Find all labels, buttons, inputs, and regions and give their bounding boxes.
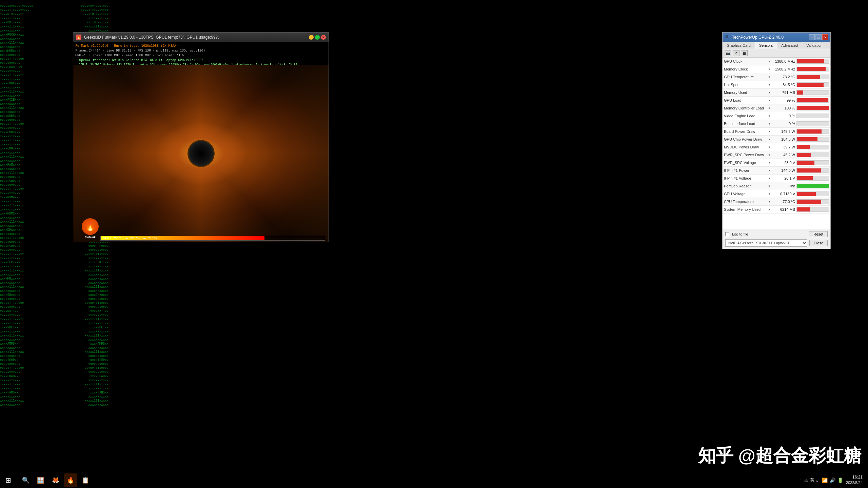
sensor-row: 8-Pin #1 Power▼144.0 W [723,167,830,175]
sensor-expand-arrow[interactable]: ▼ [768,76,773,79]
tab-graphics-card[interactable]: Graphics Card [723,42,755,49]
sensor-bar [797,98,828,102]
sensor-bar [797,184,829,188]
sensor-expand-arrow[interactable]: ▼ [768,146,773,149]
gpuz-reset-button[interactable]: Reset [809,231,828,237]
taskbar-taskview-button[interactable]: 🪟 [34,473,47,487]
sensor-expand-arrow[interactable]: ▼ [768,192,773,196]
tab-validation[interactable]: Validation [802,42,827,49]
sensor-expand-arrow[interactable]: ▼ [768,83,773,86]
gpuz-close-button[interactable]: ✕ [822,34,828,40]
tab-advanced[interactable]: Advanced [777,42,802,49]
sensor-bar [797,207,810,211]
gpuz-toolbar-menu-button[interactable]: ☰ [741,50,748,56]
taskbar-search-button[interactable]: 🔍 [19,473,33,487]
sensor-row: GPU Voltage▼0.7180 V [723,190,830,198]
gpuz-minimize-button[interactable]: – [809,34,815,40]
sensor-expand-arrow[interactable]: ▼ [768,169,773,172]
gpuz-titlebar: 🖥 TechPowerUp GPU-Z 2.46.0 – □ ✕ [723,33,830,42]
taskbar-clock[interactable]: 16:21 2022/5/24 [846,474,863,485]
gpuz-title-text: TechPowerUp GPU-Z 2.46.0 [732,35,807,40]
taskbar-steam-icon[interactable]: ♨ [804,477,808,483]
sensor-bar-container [796,59,829,64]
sensor-expand-arrow[interactable]: ▼ [768,130,773,133]
sensor-row: Hot Spot▼84.5 °C [723,81,830,89]
sensor-row: Bus Interface Load▼0 % [723,120,830,128]
gpuz-gpu-select[interactable]: NVIDIA GeForce RTX 3070 Ti Laptop GF [725,239,807,247]
taskbar-battery-icon[interactable]: 🔋 [837,477,843,483]
sensor-row: PerfCap Reason▼Pwr [723,182,830,190]
furmark-maximize-button[interactable]: □ [315,35,320,40]
furmark-info-line4: · OpenGL renderer: NVIDIA GeForce RTX 30… [75,58,327,62]
sensor-bar [797,161,814,165]
sensor-row: PWR_SRC Voltage▼23.0 V [723,159,830,167]
sensor-label: CPU Temperature [724,200,768,204]
taskbar-tray: ⌃ ♨ 英 拼 📶 🔊 🔋 16:21 2022/5/24 [799,474,868,485]
furmark-title: Geeks3D FurMark v1.29.0.0 - 130FPS, GPU1… [84,35,306,40]
sensor-value: 0 % [773,122,796,126]
sensor-bar-container [796,98,829,103]
taskbar-start-button[interactable]: ⊞ [0,472,16,488]
gpuz-log-checkbox[interactable] [725,232,729,236]
taskbar-volume-icon[interactable]: 🔊 [830,477,835,483]
taskbar-app1-icon[interactable]: 🦊 [49,473,62,487]
sensor-expand-arrow[interactable]: ▼ [768,138,773,141]
sensor-expand-arrow[interactable]: ▼ [768,60,773,63]
gpuz-log-label: Log to file [732,232,748,236]
taskbar-time: 16:21 [846,474,863,480]
gpuz-tabs: Graphics Card Sensors Advanced Validatio… [723,42,830,49]
sensor-label: Bus Interface Load [724,122,768,126]
sensor-bar-container [796,191,829,196]
taskbar-wifi-icon[interactable]: 📶 [822,477,828,483]
sensor-expand-arrow[interactable]: ▼ [768,99,773,102]
tab-sensors[interactable]: Sensors [755,42,777,49]
taskbar-tray-icons: ⌃ ♨ 英 拼 📶 🔊 🔋 [799,477,843,483]
sensor-expand-arrow[interactable]: ▼ [768,107,773,110]
taskbar-lang-en-icon[interactable]: 英 [810,477,814,483]
sensor-row: Board Power Draw▼149.5 W [723,128,830,136]
sensor-label: PWR_SRC Power Draw [724,153,768,157]
sensor-expand-arrow[interactable]: ▼ [768,154,773,157]
sensor-expand-arrow[interactable]: ▼ [768,200,773,203]
sensor-bar [797,129,822,134]
sensor-row: Video Engine Load▼0 % [723,112,830,120]
gpuz-win-buttons: – □ ✕ [809,34,828,40]
furmark-close-button[interactable]: × [321,35,326,40]
sensor-row: MVDDC Power Draw▼39.7 W [723,143,830,151]
gpuz-maximize-button[interactable]: □ [815,34,822,40]
sensor-value: 84.5 °C [773,83,796,87]
sensor-expand-arrow[interactable]: ▼ [768,122,773,125]
sensor-expand-arrow[interactable]: ▼ [768,185,773,188]
furmark-minimize-button[interactable]: _ [309,35,314,40]
sensor-bar [797,145,810,149]
taskbar-icons: 🔍 🪟 🦊 🔥 📋 [16,473,92,487]
furmark-canvas: 🔥 FurMark GPU 1: 73° C (max: 57° C - max… [73,65,329,242]
sensor-expand-arrow[interactable]: ▼ [768,208,773,211]
taskbar-chevron-icon[interactable]: ⌃ [799,478,802,482]
sensor-row: Memory Controller Load▼100 % [723,104,830,112]
taskbar-gpuz-icon[interactable]: 📋 [79,473,92,487]
gpuz-sensors-list: GPU Clock▼1380.0 MHzMemory Clock▼1500.2 … [723,58,830,229]
taskbar-furmark-icon[interactable]: 🔥 [64,473,77,487]
sensor-value: 20.1 V [773,176,796,180]
sensor-label: System Memory Used [724,207,768,211]
sensor-expand-arrow[interactable]: ▼ [768,115,773,118]
taskbar-lang-pin-icon[interactable]: 拼 [816,477,820,483]
sensor-bar-container [796,106,829,110]
sensor-expand-arrow[interactable]: ▼ [768,177,773,180]
sensor-expand-arrow[interactable]: ▼ [768,68,773,71]
sensor-row: System Memory Used▼6214 MB [723,206,830,214]
gpuz-toolbar-refresh-button[interactable]: ↺ [733,50,739,56]
sensor-expand-arrow[interactable]: ▼ [768,161,773,164]
sensor-label: Board Power Draw [724,129,768,134]
gpuz-close-btn[interactable]: Close [809,240,828,246]
sensor-bar [797,168,821,172]
sensor-bar-container [796,176,829,181]
furmark-icon: 🔥 [76,35,81,40]
sensor-bar-container [796,184,829,188]
gpuz-toolbar-camera-button[interactable]: 📷 [725,50,731,56]
furmark-info: FurMark v1.29.0.0 - Burn-in test, 1920x1… [73,42,329,65]
sensor-bar [797,59,824,63]
sensor-expand-arrow[interactable]: ▼ [768,91,773,94]
gpuz-toolbar: 📷 ↺ ☰ [723,49,830,58]
